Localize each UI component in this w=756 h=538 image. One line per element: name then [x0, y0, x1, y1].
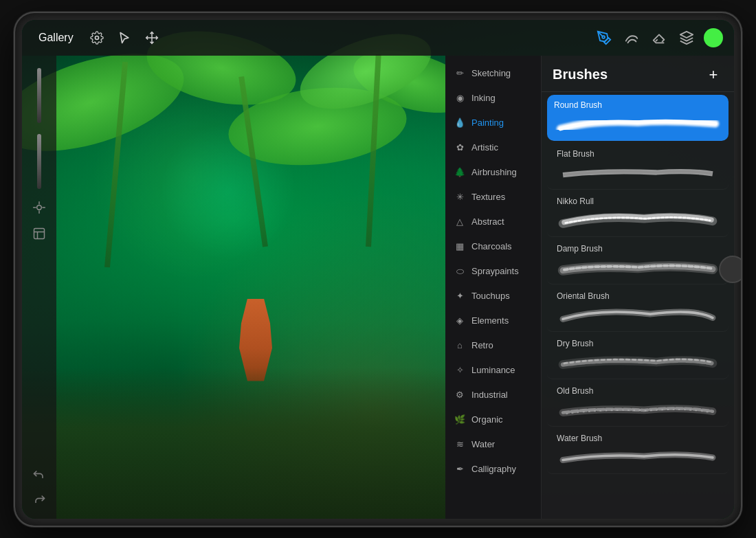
add-brush-button[interactable]: +: [704, 65, 723, 85]
home-button[interactable]: [719, 256, 742, 283]
layers-tool-icon[interactable]: [676, 27, 697, 48]
brush-item-round[interactable]: Round Brush: [547, 95, 729, 141]
brush-name-round: Round Brush: [554, 100, 722, 110]
category-organic[interactable]: 🌿 Organic: [445, 407, 541, 432]
category-label: Elements: [471, 315, 509, 326]
redo-button[interactable]: [30, 490, 49, 509]
category-airbrushing[interactable]: 🌲 Airbrushing: [445, 160, 541, 185]
textures-icon: ✳: [454, 191, 466, 203]
category-label: Touchups: [471, 291, 510, 301]
category-label: Calligraphy: [471, 464, 516, 474]
brush-preview-damp: [557, 256, 719, 278]
calligraphy-icon: ✒: [454, 463, 466, 475]
category-label: Painting: [471, 117, 504, 128]
category-inking[interactable]: ◉ Inking: [445, 86, 541, 111]
sketching-icon: ✏: [454, 67, 466, 80]
water-icon: ≋: [454, 438, 466, 451]
brush-item-nikko[interactable]: Nikko Rull: [547, 191, 729, 237]
spraypaints-icon: ⬭: [454, 265, 466, 278]
selection-icon[interactable]: [115, 28, 134, 47]
color-picker[interactable]: [704, 28, 723, 47]
category-label: Airbrushing: [471, 167, 517, 177]
luminance-icon: ✧: [454, 364, 466, 377]
category-sketching[interactable]: ✏ Sketching: [445, 61, 541, 86]
inking-icon: ◉: [454, 92, 466, 104]
brushes-panel: ✏ Sketching ◉ Inking 💧 Painting ✿ Artist…: [445, 56, 734, 519]
category-water[interactable]: ≋ Water: [445, 432, 541, 457]
elements-icon: ◈: [454, 315, 466, 327]
opacity-slider[interactable]: [37, 68, 41, 123]
brush-preview-flat: [557, 161, 719, 183]
toolbar-left: Gallery: [33, 28, 162, 47]
brush-name-nikko: Nikko Rull: [557, 197, 719, 206]
undo-button[interactable]: [30, 465, 49, 484]
category-textures[interactable]: ✳ Textures: [445, 185, 541, 210]
svg-point-1: [37, 205, 42, 210]
industrial-icon: ⚙: [454, 389, 466, 401]
device-frame: Gallery: [14, 12, 742, 527]
category-label: Inking: [471, 93, 496, 103]
category-industrial[interactable]: ⚙ Industrial: [445, 383, 541, 407]
brushes-title: Brushes: [553, 67, 608, 82]
retro-icon: ⌂: [454, 339, 466, 352]
smudge-tool-icon[interactable]: [621, 27, 642, 48]
category-touchups[interactable]: ✦ Touchups: [445, 284, 541, 309]
settings-icon[interactable]: [87, 28, 107, 47]
category-label: Water: [471, 439, 495, 449]
brush-item-water[interactable]: Water Brush: [547, 428, 729, 474]
canvas-button[interactable]: [28, 223, 50, 245]
screen: Gallery: [22, 20, 734, 519]
brush-name-old: Old Brush: [557, 386, 719, 396]
brush-item-damp[interactable]: Damp Brush: [547, 238, 729, 284]
brush-preview-round: [554, 113, 722, 135]
painting-icon: 💧: [454, 117, 466, 129]
category-retro[interactable]: ⌂ Retro: [445, 333, 541, 358]
svg-rect-2: [34, 228, 45, 238]
category-artistic[interactable]: ✿ Artistic: [445, 135, 541, 160]
airbrushing-icon: 🌲: [454, 166, 466, 179]
size-slider[interactable]: [37, 134, 41, 189]
brush-name-flat: Flat Brush: [557, 149, 719, 159]
category-list: ✏ Sketching ◉ Inking 💧 Painting ✿ Artist…: [445, 56, 542, 519]
brush-name-dry: Dry Brush: [557, 339, 719, 348]
eyedropper-button[interactable]: [28, 197, 50, 218]
brush-preview-nikko: [557, 209, 719, 231]
brush-item-old[interactable]: Old Brush: [547, 381, 729, 427]
brush-item-flat[interactable]: Flat Brush: [547, 144, 729, 190]
category-luminance[interactable]: ✧ Luminance: [445, 358, 541, 383]
category-charcoals[interactable]: ▦ Charcoals: [445, 234, 541, 259]
category-label: Luminance: [471, 365, 515, 375]
brush-name-oriental: Oriental Brush: [557, 291, 719, 301]
category-label: Industrial: [471, 390, 508, 400]
category-spraypaints[interactable]: ⬭ Spraypaints: [445, 259, 541, 284]
category-painting[interactable]: 💧 Painting: [445, 111, 541, 135]
abstract-icon: △: [454, 216, 466, 228]
charcoals-icon: ▦: [454, 240, 466, 253]
touchups-icon: ✦: [454, 290, 466, 302]
category-label: Artistic: [471, 142, 498, 153]
brushes-header: Brushes +: [542, 56, 734, 92]
category-label: Spraypaints: [471, 266, 519, 276]
organic-icon: 🌿: [454, 414, 466, 426]
gallery-button[interactable]: Gallery: [33, 29, 79, 47]
draw-tool-icon[interactable]: [594, 27, 614, 48]
transform-icon[interactable]: [142, 28, 162, 47]
brush-item-oriental[interactable]: Oriental Brush: [547, 286, 729, 332]
eraser-tool-icon[interactable]: [649, 27, 669, 48]
toolbar-right: [594, 27, 723, 48]
category-calligraphy[interactable]: ✒ Calligraphy: [445, 457, 541, 482]
category-label: Retro: [471, 340, 493, 350]
category-elements[interactable]: ◈ Elements: [445, 309, 541, 333]
brush-preview-dry: [557, 351, 719, 373]
category-label: Abstract: [471, 216, 504, 227]
brush-name-water: Water Brush: [557, 434, 719, 443]
left-toolbar: [22, 56, 56, 519]
brush-preview-old: [557, 399, 719, 421]
category-abstract[interactable]: △ Abstract: [445, 210, 541, 234]
brush-preview-water: [557, 446, 719, 468]
brush-name-damp: Damp Brush: [557, 244, 719, 254]
brush-list: Brushes + Round Brush: [542, 56, 734, 519]
brush-item-dry[interactable]: Dry Brush: [547, 333, 729, 379]
brush-preview-oriental: [557, 304, 719, 326]
top-toolbar: Gallery: [22, 20, 734, 56]
